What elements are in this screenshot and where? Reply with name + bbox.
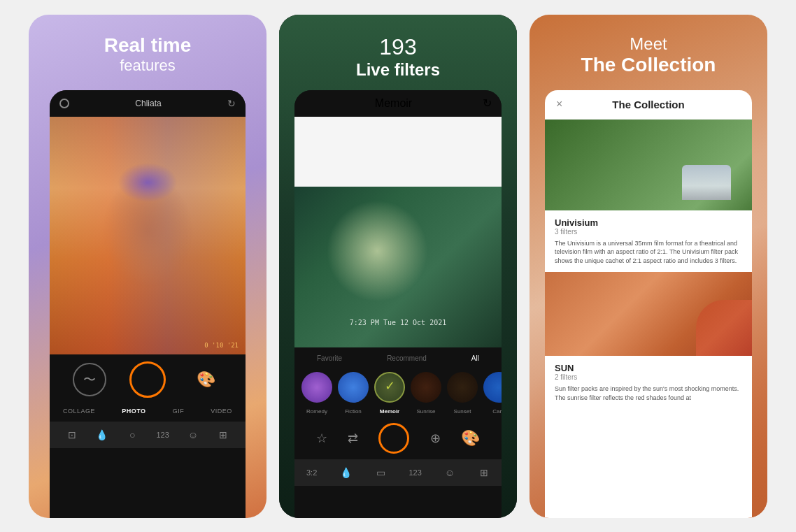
filter-list: ✓ bbox=[294, 368, 502, 407]
bottom-bar-1: ⊡ 💧 ○ 123 ☺ ⊞ bbox=[50, 422, 246, 448]
filter-category-tabs: Favorite Recommend All bbox=[294, 347, 502, 368]
panel-collection: Meet The Collection × The Collection Uni… bbox=[530, 15, 767, 518]
app-name-1: Chliata bbox=[135, 99, 161, 108]
capture-button-2[interactable] bbox=[378, 423, 409, 454]
filter-fiction[interactable] bbox=[338, 372, 369, 403]
live-filters-label: Live filters bbox=[279, 60, 517, 80]
circle-icon: ○ bbox=[122, 429, 142, 440]
panel3-header: Meet The Collection bbox=[530, 34, 767, 76]
fname-card: Card bbox=[483, 408, 502, 415]
drop-icon: 💧 bbox=[92, 429, 112, 440]
pack-photo-2 bbox=[545, 272, 752, 356]
fname-memoir: Memoir bbox=[374, 408, 405, 415]
tab-gif[interactable]: GIF bbox=[173, 408, 185, 415]
fname-romedy: Romedy bbox=[301, 408, 332, 415]
timestamp-1: 0 '10 '21 bbox=[204, 342, 239, 349]
gallery-icon: 〜 bbox=[83, 371, 96, 388]
star-icon[interactable]: ☆ bbox=[316, 431, 327, 446]
bottom-bar-2: 3:2 💧 ▭ 123 ☺ ⊞ bbox=[294, 459, 502, 486]
filter-actions: ☆ ⇄ ⊕ 🎨 bbox=[294, 417, 502, 459]
mode-tabs: COLLAGE PHOTO GIF VIDEO bbox=[50, 405, 246, 422]
smiley-icon: ☺ bbox=[183, 429, 203, 440]
gallery-button[interactable]: 〜 bbox=[73, 363, 106, 396]
tab-photo[interactable]: PHOTO bbox=[122, 408, 145, 415]
rect-icon: ▭ bbox=[371, 467, 390, 478]
filter-name-list: Romedy Fiction Memoir Sunrise Sunset Car… bbox=[294, 407, 502, 417]
filter-preview: 7:23 PM Tue 12 Oct 2021 bbox=[294, 187, 502, 347]
phone-mock-2: Memoir ↻ 7:23 PM Tue 12 Oct 2021 Favorit… bbox=[294, 90, 502, 518]
tab-collage[interactable]: COLLAGE bbox=[63, 408, 95, 415]
card-title: The Collection bbox=[612, 99, 684, 110]
camera-preview-1: 0 '10 '21 bbox=[50, 117, 246, 354]
filter-memoir[interactable]: ✓ bbox=[374, 372, 405, 403]
tab-all[interactable]: All bbox=[471, 354, 479, 362]
smiley-icon-2: ☺ bbox=[440, 467, 460, 478]
ratio-icon-2: 3:2 bbox=[302, 468, 322, 477]
grid-icon: ⊞ bbox=[213, 429, 233, 440]
filter-card[interactable] bbox=[483, 372, 502, 403]
filter-romedy[interactable] bbox=[301, 372, 332, 403]
panel-realtime: Real time features Chliata ↻ 0 '10 '21 〜… bbox=[29, 15, 266, 518]
shutter-button[interactable] bbox=[129, 361, 166, 398]
app-name-2: Memoir bbox=[375, 97, 412, 110]
filter-sunset[interactable] bbox=[447, 372, 478, 403]
check-icon: ✓ bbox=[385, 371, 395, 401]
filter-sunrise[interactable] bbox=[411, 372, 441, 403]
legs-element bbox=[682, 165, 731, 200]
fname-fiction: Fiction bbox=[338, 408, 369, 415]
filter-count: 193 bbox=[279, 34, 517, 60]
glitch-overlay bbox=[50, 117, 246, 354]
panel1-title-light: features bbox=[29, 57, 266, 75]
pack-photo-1 bbox=[545, 120, 752, 210]
fname-sunset: Sunset bbox=[447, 408, 478, 415]
phone-mock-1: Chliata ↻ 0 '10 '21 〜 🎨 COLLAGE PHOTO GI… bbox=[50, 90, 246, 518]
numbers-icon: 123 bbox=[153, 431, 173, 439]
white-preview-area bbox=[294, 117, 502, 187]
tab-video[interactable]: VIDEO bbox=[211, 408, 232, 415]
pack-info-1: Univisium 3 filters The Univisium is a u… bbox=[545, 210, 752, 273]
pack-desc-1: The Univisium is a universal 35mm film f… bbox=[555, 239, 742, 266]
pack-desc-2: Sun filter packs are inspired by the sun… bbox=[555, 384, 742, 402]
phone-bar-1: Chliata ↻ bbox=[50, 90, 246, 117]
panel2-header: 193 Live filters bbox=[279, 34, 517, 80]
panel1-title-bold: Real time bbox=[29, 34, 266, 57]
camera-dot bbox=[59, 99, 69, 108]
collection-card: × The Collection Univisium 3 filters The… bbox=[545, 90, 752, 518]
effects-icon-2[interactable]: 🎨 bbox=[461, 429, 480, 447]
effects-icon: 🎨 bbox=[197, 371, 215, 389]
effects-button[interactable]: 🎨 bbox=[189, 363, 222, 396]
refresh-icon-1: ↻ bbox=[227, 98, 236, 109]
bridge-element bbox=[696, 300, 752, 356]
panel3-collection: The Collection bbox=[530, 54, 767, 76]
pack-name-1: Univisium bbox=[555, 217, 742, 228]
refresh-icon-2: ↻ bbox=[483, 96, 492, 110]
fname-sunrise: Sunrise bbox=[411, 408, 441, 415]
pack-name-2: SUN bbox=[555, 363, 742, 373]
pack-count-1: 3 filters bbox=[555, 228, 742, 236]
shuffle-icon[interactable]: ⇄ bbox=[348, 431, 358, 446]
panel3-meet: Meet bbox=[530, 34, 767, 54]
panel-livefilters: 193 Live filters Memoir ↻ 7:23 PM Tue 12… bbox=[279, 15, 517, 518]
close-button[interactable]: × bbox=[556, 98, 562, 110]
pack-info-2: SUN 2 filters Sun filter packs are inspi… bbox=[545, 356, 752, 409]
layers-icon[interactable]: ⊕ bbox=[430, 431, 441, 446]
panel1-header: Real time features bbox=[29, 34, 266, 75]
grid-icon-2: ⊞ bbox=[474, 467, 494, 478]
numbers-icon-2: 123 bbox=[406, 468, 425, 477]
phone-bar-2: Memoir ↻ bbox=[294, 90, 502, 117]
ratio-icon: ⊡ bbox=[62, 429, 82, 440]
pack-count-2: 2 filters bbox=[555, 373, 742, 381]
card-header: × The Collection bbox=[545, 90, 752, 120]
drop-icon-2: 💧 bbox=[336, 467, 356, 478]
photo-timestamp: 7:23 PM Tue 12 Oct 2021 bbox=[350, 319, 446, 326]
tab-favorite[interactable]: Favorite bbox=[317, 354, 342, 362]
tab-recommend[interactable]: Recommend bbox=[387, 354, 427, 362]
camera-controls: 〜 🎨 bbox=[50, 354, 246, 405]
